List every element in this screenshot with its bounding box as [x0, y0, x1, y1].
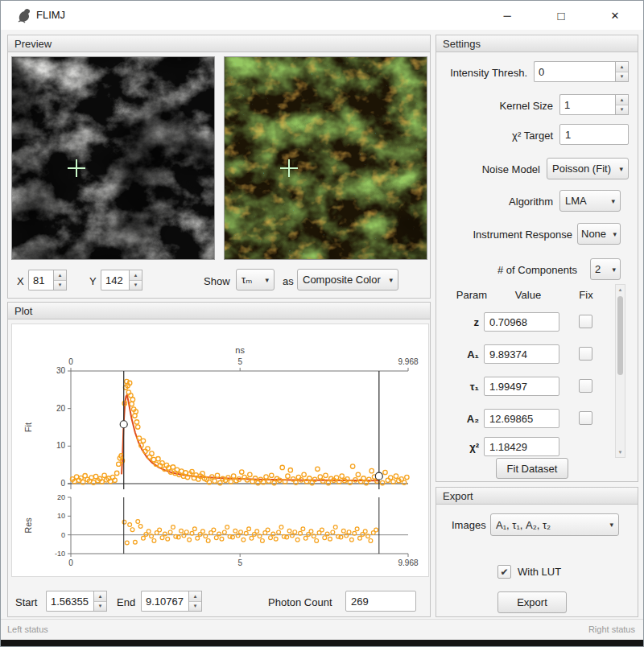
as-label: as — [283, 275, 294, 287]
kernel-size-input[interactable]: 1 — [559, 94, 615, 115]
y-label: Y — [89, 275, 97, 287]
svg-text:Fit: Fit — [23, 422, 33, 432]
kernel-increment-button[interactable]: ▴ — [616, 95, 628, 105]
fix-checkbox[interactable] — [579, 411, 592, 425]
fit-dataset-button[interactable]: Fit Dataset — [496, 458, 568, 479]
fix-column-header: Fix — [574, 289, 598, 301]
intensity-decrement-button[interactable]: ▾ — [616, 72, 628, 82]
start-input[interactable]: 1.56355 — [46, 591, 93, 612]
x-spinner: 81 ▴▾ — [28, 270, 67, 291]
instrument-response-label: Instrument Response — [473, 229, 572, 241]
end-decrement-button[interactable]: ▾ — [189, 602, 201, 612]
title-bar[interactable]: FLIMJ ─ □ ✕ — [1, 1, 643, 30]
status-bar: Left status Right status — [1, 619, 643, 640]
fix-checkbox[interactable] — [579, 347, 592, 361]
kernel-size-value: 1 — [564, 99, 570, 111]
svg-text:0: 0 — [68, 558, 73, 567]
param-value-input[interactable]: 1.99497 — [484, 377, 559, 396]
chevron-down-icon: ▾ — [612, 266, 616, 274]
instrument-response-value: None — [581, 228, 606, 240]
end-input[interactable]: 9.10767 — [141, 591, 188, 612]
scroll-down-button[interactable]: ▼ — [616, 447, 625, 457]
param-value-input[interactable]: 0.70968 — [484, 312, 559, 332]
svg-text:9.968: 9.968 — [398, 558, 418, 567]
y-value: 142 — [105, 274, 123, 286]
screen-edge — [1, 640, 643, 647]
export-panel-header[interactable]: Export — [436, 487, 638, 505]
noise-model-combo[interactable]: Poisson (Fit) ▾ — [547, 158, 629, 179]
param-table-scrollbar[interactable]: ▲ ▼ — [615, 284, 625, 458]
plot-panel-header[interactable]: Plot — [7, 302, 431, 319]
y-decrement-button[interactable]: ▾ — [130, 281, 142, 291]
y-spinner: 142 ▴▾ — [101, 270, 142, 291]
export-button[interactable]: Export — [497, 591, 567, 613]
close-button[interactable]: ✕ — [601, 4, 630, 27]
decay-chart[interactable]: 059.968ns0102030Fit-1001020Res059.968 — [12, 324, 428, 576]
intensity-thresh-input[interactable]: 0 — [534, 61, 615, 82]
scroll-up-button[interactable]: ▲ — [616, 285, 625, 295]
export-panel-title: Export — [443, 490, 473, 502]
svg-text:0: 0 — [61, 531, 65, 539]
x-input[interactable]: 81 — [28, 270, 53, 291]
y-input[interactable]: 142 — [101, 270, 129, 291]
components-combo[interactable]: 2 ▾ — [590, 258, 621, 280]
intensity-image[interactable] — [11, 56, 215, 260]
show-parameter-value: τₘ — [242, 274, 252, 286]
flimj-window: FLIMJ ─ □ ✕ Preview — [0, 0, 644, 647]
maximize-button[interactable]: □ — [547, 4, 576, 27]
intensity-increment-button[interactable]: ▴ — [616, 62, 628, 72]
param-value-input[interactable]: 12.69865 — [484, 409, 559, 428]
fix-checkbox[interactable] — [579, 379, 592, 393]
lifetime-composite-image[interactable] — [224, 56, 427, 260]
kernel-size-label: Kernel Size — [500, 100, 553, 112]
minimize-button[interactable]: ─ — [493, 4, 522, 27]
show-parameter-combo[interactable]: τₘ ▾ — [236, 269, 275, 291]
param-name: A₂ — [445, 413, 479, 425]
export-images-combo[interactable]: A₁, τ₁, A₂, τ₂ ▾ — [490, 513, 619, 536]
preview-panel-body — [7, 52, 431, 299]
algorithm-combo[interactable]: LMA ▾ — [559, 190, 621, 212]
preview-panel-title: Preview — [14, 38, 52, 50]
svg-text:Res: Res — [23, 517, 33, 534]
x-value: 81 — [33, 274, 44, 286]
left-status: Left status — [7, 624, 48, 634]
start-decrement-button[interactable]: ▾ — [94, 602, 106, 612]
svg-text:30: 30 — [56, 366, 66, 375]
param-value-input[interactable]: 9.89374 — [484, 344, 559, 364]
svg-text:10: 10 — [57, 512, 65, 520]
svg-text:5: 5 — [237, 357, 242, 366]
settings-panel-header[interactable]: Settings — [436, 35, 638, 52]
chevron-down-icon: ▾ — [609, 521, 613, 529]
kernel-decrement-button[interactable]: ▾ — [616, 105, 628, 115]
with-lut-checkbox[interactable]: ✔ — [497, 565, 511, 579]
param-name: τ₁ — [445, 381, 479, 393]
x-increment-button[interactable]: ▴ — [54, 270, 66, 281]
param-value-input[interactable]: 1.18429 — [484, 437, 559, 456]
minimize-icon: ─ — [503, 10, 510, 22]
fix-checkbox[interactable] — [579, 315, 592, 328]
check-icon: ✔ — [500, 567, 508, 578]
components-label: # of Components — [497, 264, 577, 276]
start-spinner: 1.56355 ▴▾ — [46, 591, 107, 612]
noise-model-value: Poisson (Fit) — [552, 163, 611, 175]
svg-text:5: 5 — [237, 558, 242, 567]
photon-count-value: 269 — [351, 595, 369, 608]
chevron-down-icon: ▾ — [389, 276, 393, 284]
param-name: A₁ — [445, 348, 479, 361]
start-increment-button[interactable]: ▴ — [94, 591, 106, 602]
x-decrement-button[interactable]: ▾ — [54, 281, 66, 291]
display-mode-combo[interactable]: Composite Color ▾ — [297, 269, 398, 291]
photon-count-input[interactable]: 269 — [345, 591, 416, 612]
window-title: FLIMJ — [36, 9, 65, 21]
kernel-size-spinner: 1 ▴▾ — [559, 94, 629, 115]
y-increment-button[interactable]: ▴ — [130, 270, 142, 281]
svg-text:20: 20 — [57, 493, 65, 501]
scrollbar-thumb[interactable] — [617, 296, 623, 375]
end-increment-button[interactable]: ▴ — [189, 591, 201, 602]
images-label: Images — [452, 519, 486, 531]
chevron-down-icon: ▾ — [611, 197, 615, 205]
preview-panel-header[interactable]: Preview — [7, 35, 431, 52]
chisq-target-input[interactable]: 1 — [559, 124, 629, 145]
end-value: 9.10767 — [146, 595, 184, 608]
instrument-response-combo[interactable]: None ▾ — [577, 223, 621, 245]
